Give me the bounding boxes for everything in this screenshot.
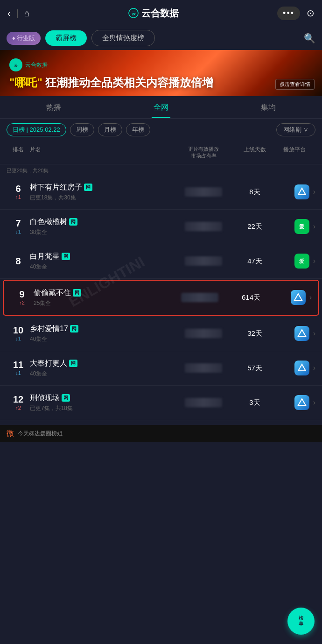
- platform-col: ›: [270, 290, 312, 305]
- show-badge: 网: [69, 218, 77, 226]
- week-filter[interactable]: 周榜: [70, 123, 94, 136]
- platform-col: 爱 ›: [273, 254, 315, 269]
- show-title: 刑侦现场网: [30, 393, 171, 403]
- rank-number: 10: [13, 326, 23, 335]
- days-col: 3天: [236, 398, 273, 407]
- days-col: 32天: [236, 329, 273, 338]
- chevron-right-icon[interactable]: ›: [313, 222, 315, 231]
- market-value-blurred: [185, 256, 222, 266]
- show-sub: 25集全: [34, 299, 167, 307]
- rank-col: 6 ↑1: [7, 184, 30, 200]
- list-row[interactable]: 6 ↑1 树下有片红房子网 已更18集，共30集 8天 ›: [0, 175, 322, 210]
- title-col: 大奉打更人网 40集全: [30, 359, 171, 378]
- list-row[interactable]: 8 白月梵星网 40集全 47天 爱 ›: [0, 244, 322, 279]
- svg-marker-6: [298, 330, 306, 336]
- rank-change-up: ↑1: [15, 194, 21, 200]
- sub-tab-hotplay[interactable]: 热播: [0, 96, 107, 118]
- show-title: 偷偷藏不住网: [34, 288, 167, 298]
- days-col: 47天: [236, 257, 273, 266]
- weibo-logo-icon: 微: [7, 429, 14, 439]
- chevron-right-icon[interactable]: ›: [313, 364, 315, 372]
- list-row[interactable]: 12 ↑2 刑侦现场网 已更7集，共18集 3天 ›: [0, 386, 322, 420]
- rank-number: 8: [15, 256, 21, 266]
- badge-line1: 榜: [299, 616, 303, 621]
- rank-badge[interactable]: 榜 单: [287, 608, 315, 635]
- platform-col: ›: [273, 184, 315, 199]
- chevron-right-icon[interactable]: ›: [313, 257, 315, 265]
- market-value-blurred: [181, 293, 218, 302]
- nav-left: ‹ | ⌂: [7, 8, 30, 19]
- svg-marker-8: [298, 399, 306, 405]
- tencent-icon: [294, 361, 309, 375]
- title-col: 乡村爱情17网 40集全: [30, 324, 171, 343]
- list-row[interactable]: 7 ↓1 白色橄榄树网 38集全 22天 爱 ›: [0, 210, 322, 244]
- list-row[interactable]: 10 ↓1 乡村爱情17网 40集全 32天 ›: [0, 317, 322, 351]
- record-icon[interactable]: ⊙: [307, 7, 315, 19]
- chevron-right-icon[interactable]: ›: [313, 188, 315, 196]
- days-col: 22天: [236, 222, 273, 231]
- search-button[interactable]: 🔍: [304, 33, 315, 44]
- chevron-right-icon[interactable]: ›: [309, 293, 312, 302]
- more-button[interactable]: •••: [277, 7, 300, 20]
- list-row[interactable]: 9 ↑2 偷偷藏不住网 25集全 614天 ›: [3, 280, 319, 316]
- rank-change-down: ↓1: [15, 336, 21, 341]
- badge-line2: 单: [299, 621, 303, 627]
- show-badge: 网: [84, 184, 92, 191]
- col-days: 上线天数: [236, 146, 273, 159]
- platform-col: ›: [273, 326, 315, 341]
- market-col: [167, 293, 232, 302]
- show-badge: 网: [69, 360, 77, 367]
- days-col: 614天: [232, 293, 270, 302]
- banner-detail-button[interactable]: 点击查看详情: [275, 79, 315, 90]
- sub-tabs: 热播 全网 集均: [0, 96, 322, 119]
- tencent-icon: [294, 184, 309, 199]
- tab-bar: ♦ 行业版 霸屏榜 全舆情热度榜 🔍: [0, 26, 322, 50]
- type-filter[interactable]: 网络剧 ∨: [276, 123, 315, 136]
- rank-change-up: ↑2: [19, 300, 25, 305]
- nav-divider: |: [16, 8, 19, 19]
- title-col: 白月梵星网 40集全: [30, 252, 171, 271]
- show-sub: 40集全: [30, 263, 171, 271]
- show-title: 乡村爱情17网: [30, 324, 171, 334]
- nav-title: 云 云合数据: [128, 7, 179, 20]
- show-title: 白月梵星网: [30, 252, 171, 262]
- market-value-blurred: [185, 363, 222, 373]
- market-col: [171, 187, 236, 197]
- baping-tab[interactable]: 霸屏榜: [45, 30, 87, 46]
- banner-logo: 云 云合数据: [9, 58, 313, 71]
- col-platform: 播放平台: [273, 146, 315, 159]
- back-icon[interactable]: ‹: [7, 8, 11, 19]
- days-col: 8天: [236, 188, 273, 197]
- home-icon[interactable]: ⌂: [24, 8, 30, 19]
- year-filter[interactable]: 年榜: [126, 123, 150, 136]
- yuqing-tab[interactable]: 全舆情热度榜: [91, 30, 155, 46]
- show-title: 大奉打更人网: [30, 359, 171, 368]
- market-col: [171, 363, 236, 373]
- list-row[interactable]: 11 ↓1 大奉打更人网 40集全 57天 ›: [0, 351, 322, 386]
- show-sub: 已更18集，共30集: [30, 194, 171, 202]
- col-title: 片名: [30, 146, 171, 159]
- rank-col: 11 ↓1: [7, 360, 30, 376]
- col-rank: 排名: [7, 146, 30, 159]
- industry-badge[interactable]: ♦ 行业版: [7, 32, 41, 45]
- market-col: [171, 398, 236, 407]
- rank-col: 9 ↑2: [10, 290, 34, 305]
- nav-bar: ‹ | ⌂ 云 云合数据 ••• ⊙: [0, 0, 322, 26]
- chevron-right-icon[interactable]: ›: [313, 398, 315, 407]
- banner-logo-text: 云合数据: [25, 61, 48, 69]
- month-filter[interactable]: 月榜: [98, 123, 122, 136]
- show-badge: 网: [70, 325, 78, 333]
- sub-tab-allnet[interactable]: 全网: [107, 96, 215, 118]
- weibo-bar: 微 今天@边媛圈榜姐: [0, 425, 322, 442]
- rank-number: 11: [13, 360, 23, 369]
- show-sub: 已更7集，共18集: [30, 404, 171, 412]
- rank-change-down: ↓1: [15, 370, 21, 376]
- date-filter[interactable]: 日榜 | 2025.02.22: [7, 123, 66, 136]
- tencent-icon: [291, 290, 306, 305]
- show-badge: 网: [73, 289, 81, 297]
- platform-col: ›: [273, 361, 315, 375]
- chevron-right-icon[interactable]: ›: [313, 329, 315, 338]
- svg-text:云: 云: [132, 11, 136, 16]
- sub-tab-episode[interactable]: 集均: [215, 96, 322, 118]
- nav-right: ••• ⊙: [277, 7, 315, 20]
